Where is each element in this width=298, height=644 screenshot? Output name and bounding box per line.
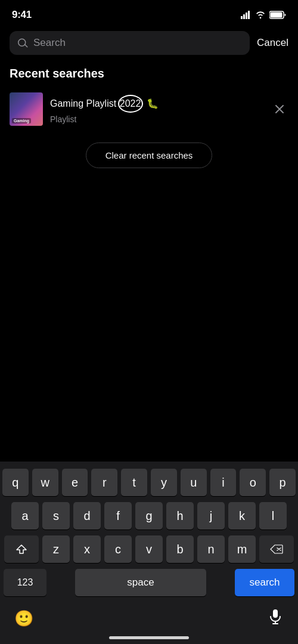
search-placeholder: Search: [33, 37, 66, 49]
delete-icon: [270, 544, 283, 554]
key-q[interactable]: q: [2, 469, 29, 496]
clear-recent-searches-button[interactable]: Clear recent searches: [86, 143, 213, 168]
keyboard-row-4: 123 space search: [0, 569, 298, 602]
playlist-info: Gaming Playlist 2022 🐛 Playlist: [50, 95, 263, 124]
key-k[interactable]: k: [228, 502, 256, 530]
svg-rect-1: [243, 14, 245, 19]
home-indicator: [109, 636, 189, 639]
key-u[interactable]: u: [181, 469, 207, 496]
battery-icon: [269, 11, 286, 19]
key-m[interactable]: m: [228, 535, 256, 563]
shift-icon: [15, 544, 27, 555]
key-x[interactable]: x: [73, 535, 101, 563]
key-g[interactable]: g: [135, 502, 163, 530]
key-f[interactable]: f: [104, 502, 132, 530]
gaming-label: Gaming: [12, 118, 31, 123]
key-h[interactable]: h: [166, 502, 194, 530]
key-t[interactable]: t: [121, 469, 147, 496]
key-d[interactable]: d: [73, 502, 101, 530]
playlist-item[interactable]: Gaming Gaming Playlist 2022 🐛 Playlist: [0, 88, 298, 131]
shift-key[interactable]: [4, 535, 39, 563]
key-c[interactable]: c: [104, 535, 132, 563]
wifi-icon: [255, 11, 266, 19]
playlist-thumbnail: Gaming: [10, 92, 43, 126]
clear-btn-row: Clear recent searches: [0, 131, 298, 180]
key-o[interactable]: o: [240, 469, 266, 496]
svg-rect-5: [271, 13, 283, 18]
playlist-name: Gaming Playlist 2022 🐛: [50, 95, 263, 113]
status-icons: [241, 11, 286, 19]
playlist-type: Playlist: [50, 114, 263, 124]
year-circle: 2022: [118, 95, 143, 113]
key-i[interactable]: i: [210, 469, 237, 496]
status-time: 9:41: [12, 9, 32, 21]
search-bar-row: Search Cancel: [0, 26, 298, 62]
key-b[interactable]: b: [166, 535, 194, 563]
key-a[interactable]: a: [11, 502, 39, 530]
keyboard-row-2: a s d f g h j k l: [0, 502, 298, 530]
playlist-name-text: Gaming Playlist 2022: [50, 95, 143, 113]
svg-rect-0: [241, 16, 243, 19]
search-icon: [18, 38, 29, 48]
search-key[interactable]: search: [235, 569, 294, 596]
microphone-icon[interactable]: [267, 608, 284, 629]
keyboard-row-3: z x c v b n m: [0, 535, 298, 563]
key-s[interactable]: s: [42, 502, 70, 530]
key-n[interactable]: n: [197, 535, 225, 563]
close-icon: [275, 105, 284, 113]
bug-icon: 🐛: [147, 98, 159, 109]
recent-searches-title: Recent searches: [0, 62, 298, 88]
space-key[interactable]: space: [75, 569, 206, 596]
status-bar: 9:41: [0, 0, 298, 26]
keyboard-emoji-row: 🙂: [0, 602, 298, 633]
cancel-button[interactable]: Cancel: [257, 35, 288, 51]
key-z[interactable]: z: [42, 535, 70, 563]
number-key[interactable]: 123: [4, 569, 46, 596]
key-y[interactable]: y: [151, 469, 177, 496]
delete-key[interactable]: [259, 535, 294, 563]
search-input-wrapper[interactable]: Search: [10, 31, 250, 55]
signal-icon: [241, 11, 252, 19]
emoji-icon[interactable]: 🙂: [14, 609, 33, 628]
key-r[interactable]: r: [91, 469, 117, 496]
svg-rect-6: [273, 609, 278, 618]
key-j[interactable]: j: [197, 502, 225, 530]
svg-rect-3: [248, 11, 250, 19]
remove-item-button[interactable]: [271, 100, 288, 118]
keyboard-row-1: q w e r t y u i o p: [0, 469, 298, 496]
key-l[interactable]: l: [259, 502, 287, 530]
key-e[interactable]: e: [62, 469, 88, 496]
svg-rect-2: [246, 13, 247, 19]
key-p[interactable]: p: [269, 469, 296, 496]
key-w[interactable]: w: [32, 469, 58, 496]
key-v[interactable]: v: [135, 535, 163, 563]
keyboard: q w e r t y u i o p a s d f g h j k l z …: [0, 462, 298, 644]
